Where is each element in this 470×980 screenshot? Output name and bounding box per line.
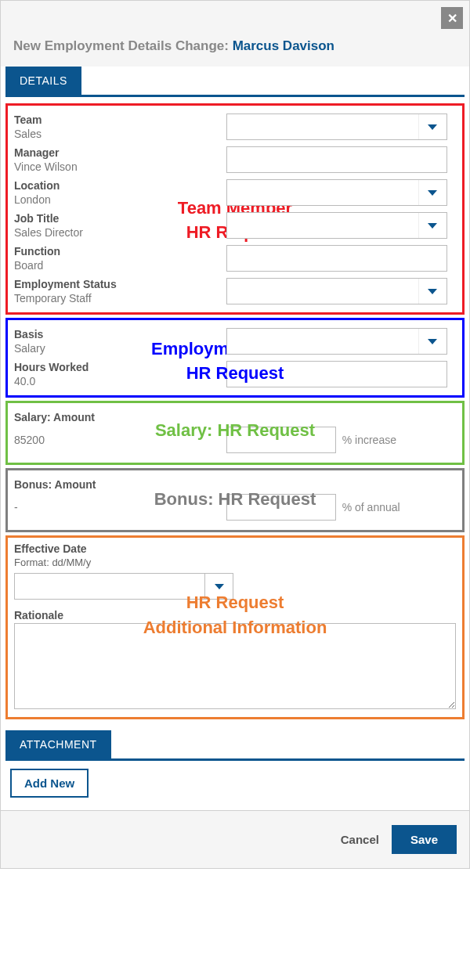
hours-label: Hours Worked bbox=[14, 361, 226, 373]
rationale-textarea[interactable] bbox=[14, 623, 456, 709]
close-button[interactable]: ✕ bbox=[441, 7, 463, 29]
hours-row: Hours Worked 40.0 bbox=[14, 358, 456, 391]
bonus-label: Bonus: Amount bbox=[14, 478, 226, 491]
function-row: Function Board bbox=[14, 242, 456, 275]
rationale-label: Rationale bbox=[14, 609, 456, 622]
function-label: Function bbox=[14, 245, 226, 258]
modal-footer: Cancel Save bbox=[1, 810, 469, 868]
salary-value: 85200 bbox=[14, 434, 226, 446]
header-prefix: New Employment Details Change: bbox=[13, 38, 233, 53]
manager-row: Manager Vince Wilson bbox=[14, 143, 456, 176]
manager-label: Manager bbox=[14, 146, 226, 159]
basis-value: Salary bbox=[14, 342, 226, 355]
jobtitle-dropdown[interactable] bbox=[226, 212, 447, 239]
manager-value: Vince Wilson bbox=[14, 160, 226, 173]
chevron-down-icon bbox=[418, 180, 446, 205]
basis-label: Basis bbox=[14, 328, 226, 340]
salary-section: Salary: HR Request Salary: Amount 85200 … bbox=[5, 401, 465, 465]
date-format-hint: Format: dd/MM/y bbox=[14, 557, 456, 568]
team-label: Team bbox=[14, 113, 226, 126]
jobtitle-row: Job Title Sales Director bbox=[14, 209, 456, 242]
date-input-wrap bbox=[14, 573, 233, 600]
add-new-button[interactable]: Add New bbox=[10, 769, 89, 798]
bonus-section: Bonus: HR Request Bonus: Amount - % of a… bbox=[5, 468, 465, 532]
function-value: Board bbox=[14, 259, 226, 272]
location-row: Location London bbox=[14, 176, 456, 209]
empstatus-row: Employment Status Temporary Staff bbox=[14, 275, 456, 308]
bonus-percent-input[interactable] bbox=[226, 494, 336, 521]
empstatus-dropdown[interactable] bbox=[226, 278, 447, 304]
save-button[interactable]: Save bbox=[392, 825, 457, 854]
chevron-down-icon bbox=[418, 329, 446, 354]
team-member-section: Team Member HR Request Team Sales Manage… bbox=[5, 103, 465, 315]
team-row: Team Sales bbox=[14, 110, 456, 143]
basis-row: Basis Salary bbox=[14, 325, 456, 358]
bonus-value: - bbox=[14, 501, 226, 513]
attachment-tabs: ATTACHMENT bbox=[5, 730, 465, 761]
team-dropdown[interactable] bbox=[226, 113, 447, 140]
header-person-name: Marcus Davison bbox=[233, 38, 334, 53]
modal-header: New Employment Details Change: Marcus Da… bbox=[1, 1, 469, 67]
chevron-down-icon bbox=[418, 213, 446, 238]
hours-value: 40.0 bbox=[14, 375, 226, 387]
modal-content: DETAILS Team Member HR Request Team Sale… bbox=[1, 67, 469, 810]
salary-label: Salary: Amount bbox=[14, 411, 226, 423]
location-value: London bbox=[14, 193, 226, 206]
tab-details[interactable]: DETAILS bbox=[5, 67, 81, 95]
chevron-down-icon bbox=[418, 279, 446, 304]
location-dropdown[interactable] bbox=[226, 179, 447, 206]
effective-section: HR Request Additional Information Effect… bbox=[5, 535, 465, 719]
close-icon: ✕ bbox=[447, 11, 457, 26]
team-value: Sales bbox=[14, 128, 226, 140]
effective-date-label: Effective Date bbox=[14, 542, 456, 555]
salary-increase-input[interactable] bbox=[226, 427, 336, 453]
salary-suffix: % increase bbox=[342, 434, 396, 446]
manager-input[interactable] bbox=[226, 146, 447, 173]
empstatus-value: Temporary Staff bbox=[14, 292, 226, 304]
employment-record-section: Employment Record HR Request Basis Salar… bbox=[5, 318, 465, 398]
chevron-down-icon bbox=[418, 114, 446, 139]
empstatus-label: Employment Status bbox=[14, 278, 226, 290]
bonus-suffix: % of annual bbox=[342, 501, 400, 513]
effective-date-input[interactable] bbox=[14, 573, 205, 600]
cancel-button[interactable]: Cancel bbox=[341, 833, 379, 846]
date-picker-button[interactable] bbox=[205, 573, 233, 600]
details-tabs: DETAILS bbox=[5, 67, 465, 97]
location-label: Location bbox=[14, 179, 226, 192]
hours-input[interactable] bbox=[226, 361, 447, 387]
chevron-down-icon bbox=[215, 584, 224, 589]
basis-dropdown[interactable] bbox=[226, 328, 447, 355]
function-input[interactable] bbox=[226, 245, 447, 272]
tab-attachment[interactable]: ATTACHMENT bbox=[5, 730, 111, 758]
modal-dialog: ✕ New Employment Details Change: Marcus … bbox=[0, 0, 470, 869]
jobtitle-label: Job Title bbox=[14, 212, 226, 225]
jobtitle-value: Sales Director bbox=[14, 226, 226, 239]
